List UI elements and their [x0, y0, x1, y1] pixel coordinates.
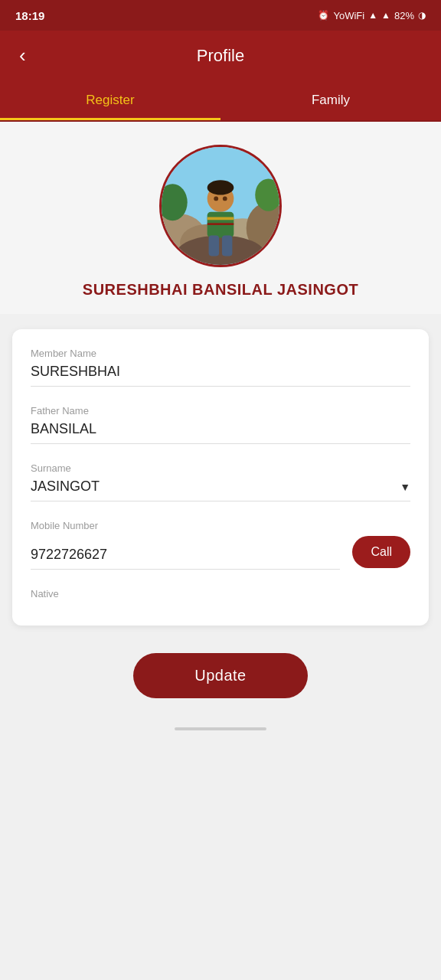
avatar[interactable] [159, 145, 282, 267]
tab-family[interactable]: Family [220, 80, 441, 120]
bottom-indicator [0, 721, 441, 737]
mobile-number-label: Mobile Number [31, 520, 410, 531]
dropdown-arrow-icon: ▼ [400, 481, 410, 493]
native-label: Native [31, 588, 410, 599]
svg-rect-11 [222, 236, 232, 256]
home-indicator [175, 727, 266, 730]
battery-icon: ◑ [418, 10, 426, 21]
mobile-value-wrap: 9722726627 [31, 547, 340, 570]
call-button[interactable]: Call [352, 536, 410, 568]
mobile-field-container: 9722726627 Call [31, 536, 410, 570]
father-name-value[interactable]: BANSILAL [31, 421, 410, 444]
father-name-label: Father Name [31, 405, 410, 416]
profile-name: SURESHBHAI BANSILAL JASINGOT [83, 281, 358, 299]
signal-bars-icon: ▲ [381, 10, 390, 21]
update-button[interactable]: Update [133, 653, 308, 698]
surname-label: Surname [31, 462, 410, 474]
form-card: Member Name SURESHBHAI Father Name BANSI… [12, 329, 429, 626]
svg-rect-16 [207, 223, 234, 225]
update-button-container: Update [0, 641, 441, 721]
mobile-number-value[interactable]: 9722726627 [31, 547, 340, 570]
profile-section: SURESHBHAI BANSILAL JASINGOT [0, 122, 441, 314]
mobile-number-field: Mobile Number 9722726627 Call [31, 520, 410, 570]
surname-field: Surname JASINGOT ▼ [31, 462, 410, 501]
header: ‹ Profile [0, 31, 441, 80]
tabs-container: Register Family [0, 80, 441, 122]
surname-dropdown[interactable]: JASINGOT ▼ [31, 479, 410, 501]
svg-rect-10 [209, 236, 219, 256]
alarm-icon: ⏰ [318, 10, 329, 21]
back-button[interactable]: ‹ [15, 40, 30, 71]
status-icons: ⏰ YoWiFi ▲ ▲ 82% ◑ [318, 10, 426, 21]
signal-icon: ▲ [368, 10, 377, 21]
battery-text: 82% [394, 10, 414, 21]
member-name-label: Member Name [31, 348, 410, 359]
svg-point-13 [214, 196, 218, 201]
status-bar: 18:19 ⏰ YoWiFi ▲ ▲ 82% ◑ [0, 0, 441, 31]
back-icon: ‹ [19, 44, 26, 67]
wifi-icon: YoWiFi [333, 10, 364, 21]
tab-register[interactable]: Register [0, 80, 220, 120]
status-time: 18:19 [15, 9, 44, 22]
member-name-value[interactable]: SURESHBHAI [31, 364, 410, 387]
surname-value: JASINGOT [31, 479, 100, 495]
svg-rect-15 [207, 217, 234, 220]
svg-point-14 [223, 196, 227, 201]
native-field: Native [31, 588, 410, 599]
member-name-field: Member Name SURESHBHAI [31, 348, 410, 387]
father-name-field: Father Name BANSILAL [31, 405, 410, 444]
svg-point-12 [207, 180, 234, 194]
page-title: Profile [197, 46, 244, 66]
